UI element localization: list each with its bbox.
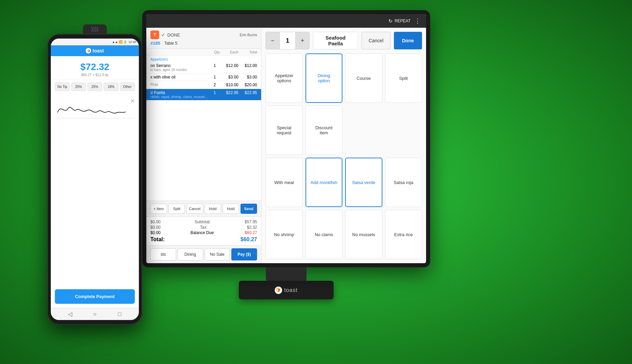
subtotal-left-value: $0.00 — [150, 220, 161, 224]
pos-panel: T ✓ DONE Erin Burris #185 Table 5 Qty — [146, 28, 261, 263]
modifier-salsa-verde[interactable]: Salsa verde — [345, 158, 382, 207]
guests-button[interactable]: sts — [150, 248, 176, 260]
order-info: #185 Table 5 — [150, 41, 257, 46]
signature-line — [55, 118, 135, 118]
col-qty: Qty — [201, 50, 220, 54]
modifier-empty-2 — [385, 106, 422, 155]
phone-amount-detail: $60.27 + $12.9 tip — [55, 73, 135, 77]
modifier-cancel-button[interactable]: Cancel — [361, 32, 391, 49]
item-each: $3.00 — [220, 75, 238, 79]
phone: )))) ▲▲ 📶 🔋 12:30 🍞 toast $72.32 $60.27 … — [47, 34, 142, 325]
item-each: $10.00 — [220, 83, 238, 87]
more-options-icon[interactable]: ⋮ — [415, 17, 421, 25]
balance-value: $60.27 — [245, 230, 257, 235]
phone-brand-icon: 🍞 — [86, 48, 91, 53]
pos-header: T ✓ DONE Erin Burris #185 Table 5 — [146, 28, 261, 49]
phone-statusbar: ▲▲ 📶 🔋 12:30 — [51, 39, 139, 45]
pos-item-rioja[interactable]: Rioja 2 $10.00 $20.00 — [146, 81, 261, 89]
modifier-discount-item[interactable]: Discountitem — [306, 106, 343, 155]
balance-left-value: $0.00 — [150, 230, 161, 235]
pos-item-olive[interactable]: x with olive oil 1 $3.00 $3.00 — [146, 73, 261, 81]
qty-control: − 1 + — [266, 32, 310, 49]
tip-18[interactable]: 18% — [104, 83, 119, 91]
signature-drawing — [51, 97, 139, 117]
toast-icon: T — [150, 30, 159, 39]
modifier-extra-rice[interactable]: Extra rice — [385, 210, 422, 259]
qty-increase-button[interactable]: + — [296, 32, 309, 49]
modifier-add-monkfish[interactable]: Add monkfish — [306, 158, 343, 207]
split-button[interactable]: Split — [168, 204, 185, 214]
item-name: d Paella nkfish, squid, shrimp, clams, m… — [150, 90, 210, 99]
phone-status-icons: ▲▲ 📶 🔋 — [112, 40, 127, 44]
hold-button-2[interactable]: Hold — [223, 204, 239, 214]
monitor-stand — [266, 267, 307, 281]
no-sale-button[interactable]: No Sale — [205, 248, 230, 260]
cancel-button[interactable]: Cancel — [186, 204, 203, 214]
modifier-with-meal[interactable]: With meal — [266, 158, 303, 207]
back-button[interactable]: ◁ — [65, 310, 75, 319]
dining-button[interactable]: Dining — [177, 248, 203, 260]
modifier-appetizer-options[interactable]: Appetizeroptions — [266, 53, 303, 103]
modifier-done-button[interactable]: Done — [394, 32, 422, 49]
modifier-header: − 1 + SeafoodPaella Cancel Done — [266, 32, 422, 49]
col-each: Each — [220, 50, 238, 54]
pay-button[interactable]: Pay ($) — [231, 248, 257, 260]
tip-no-tip[interactable]: No Tip — [55, 83, 70, 91]
item-qty: 1 — [210, 63, 220, 68]
subtotal-label: Subtotal: — [194, 220, 210, 224]
add-item-button[interactable]: + Item — [150, 204, 167, 214]
hold-button-1[interactable]: Hold — [205, 204, 221, 214]
item-total: $3.00 — [238, 75, 257, 79]
tip-other[interactable]: Other — [120, 83, 135, 91]
item-qty: 1 — [210, 90, 220, 95]
repeat-icon: ↻ — [388, 18, 393, 24]
item-total: $22.95 — [238, 90, 257, 95]
total-value: $60.27 — [240, 236, 257, 243]
home-button[interactable]: ○ — [90, 310, 100, 319]
complete-payment-button[interactable]: Complete Payment — [55, 289, 135, 304]
balance-label: Balance Due: — [190, 230, 215, 235]
tax-value: $2.32 — [247, 225, 257, 230]
phone-tip-section: No Tip 25% 25% 18% Other — [51, 80, 139, 94]
subtotal-value: $57.95 — [245, 220, 257, 224]
pos-item-serrano[interactable]: on Serrano to ham, aged 18 months 1 $12.… — [146, 62, 261, 73]
modifier-course[interactable]: Course — [345, 53, 382, 103]
qty-decrease-button[interactable]: − — [266, 32, 279, 49]
tax-label: Tax: — [200, 225, 207, 230]
monitor-base: 🍞 toast — [239, 281, 334, 299]
repeat-label: REPEAT — [395, 19, 410, 23]
table-name: Table 5 — [164, 41, 177, 46]
recents-button[interactable]: □ — [115, 310, 124, 319]
modifier-dining-option[interactable]: Diningoption — [306, 53, 343, 103]
item-name: x with olive oil — [150, 75, 210, 79]
item-total: $20.00 — [238, 83, 257, 87]
tip-25-1[interactable]: 25% — [71, 83, 86, 91]
item-qty: 1 — [210, 75, 220, 79]
item-qty: 2 — [210, 83, 220, 87]
modifier-no-clams[interactable]: No clams — [306, 210, 343, 259]
item-name: on Serrano to ham, aged 18 months — [150, 63, 210, 72]
phone-amount: $72.32 — [55, 62, 135, 72]
modifier-special-request[interactable]: Specialrequest — [266, 106, 303, 155]
send-button[interactable]: Send — [240, 204, 257, 214]
phone-time: 12:30 — [128, 40, 136, 44]
pos-item-paella[interactable]: d Paella nkfish, squid, shrimp, clams, m… — [146, 89, 261, 100]
phone-topbar: 🍞 toast — [51, 45, 139, 56]
modifier-salsa-roja[interactable]: Salsa roja — [385, 158, 422, 207]
monitor: ↻ REPEAT ⋮ T ✓ DONE Erin — [142, 10, 430, 332]
monitor-screen: ↻ REPEAT ⋮ T ✓ DONE Erin — [146, 14, 426, 263]
modifier-empty-1 — [345, 106, 382, 155]
item-name: Rioja — [150, 83, 210, 86]
modifier-no-shrimp[interactable]: No shrimp — [266, 210, 303, 259]
phone-body: )))) ▲▲ 📶 🔋 12:30 🍞 toast $72.32 $60.27 … — [47, 34, 142, 325]
phone-home-bar: ◁ ○ □ — [51, 308, 139, 320]
item-each: $22.95 — [220, 90, 238, 95]
server-name: Erin Burris — [240, 33, 257, 37]
order-number: #185 — [150, 41, 160, 46]
pos-action-buttons: + Item Split Cancel Hold Hold Send — [146, 201, 261, 217]
modifier-split[interactable]: Split — [385, 53, 422, 103]
modifier-grid: Appetizeroptions Diningoption Course Spl… — [266, 53, 422, 259]
tip-25-2[interactable]: 25% — [87, 83, 102, 91]
repeat-control[interactable]: ↻ REPEAT — [388, 18, 410, 24]
modifier-no-mussels[interactable]: No mussels — [345, 210, 382, 259]
